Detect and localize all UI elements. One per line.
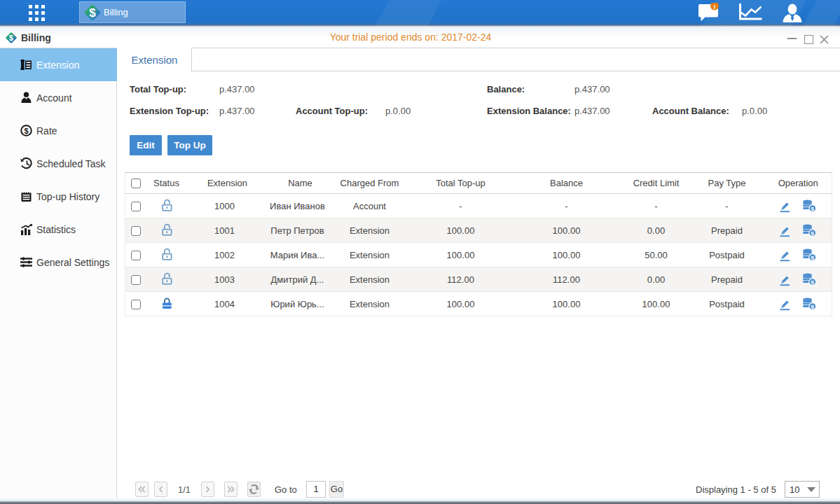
svg-text:$: $ bbox=[811, 279, 814, 286]
svg-text:$: $ bbox=[811, 304, 814, 310]
svg-text:$: $ bbox=[24, 127, 28, 135]
svg-text:$: $ bbox=[811, 230, 814, 237]
svg-text:$: $ bbox=[811, 206, 814, 212]
svg-text:$: $ bbox=[811, 255, 814, 261]
svg-text:!: ! bbox=[714, 4, 716, 10]
svg-text:$: $ bbox=[9, 34, 13, 42]
svg-text:$: $ bbox=[89, 6, 96, 20]
